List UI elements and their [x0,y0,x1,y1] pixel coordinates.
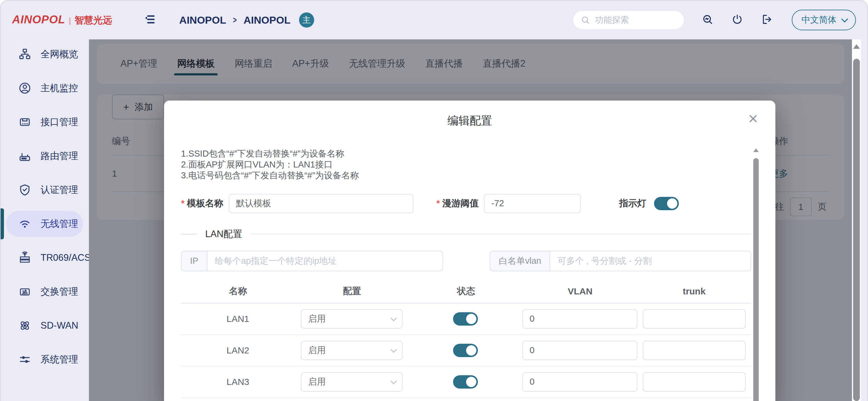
sidebar-item-network-overview[interactable]: 全网概览 [1,41,84,67]
modal-scrollbar[interactable] [753,148,759,401]
lan2-status-toggle[interactable] [453,344,478,357]
roaming-threshold-label: *漫游阈值 [436,197,479,209]
function-search[interactable] [573,11,684,29]
whitelist-vlan-input[interactable] [550,251,751,271]
sidebar-item-router-mgmt[interactable]: 路由管理 [1,143,84,169]
breadcrumb-separator-icon: > [233,15,237,25]
shield-check-icon [18,183,31,197]
lan1-status-toggle[interactable] [453,312,478,325]
sidebar-item-label: 主机监控 [40,82,78,94]
active-indicator-bar [1,208,4,239]
lan2-trunk-input[interactable] [643,341,746,360]
dialog-notes: 1.SSID包含“#”下发自动替换“#”为设备名称 2.面板AP扩展网口VLAN… [181,148,751,181]
page-scrollbar[interactable] [852,39,861,401]
lan2-vlan-input[interactable] [522,341,638,360]
sidebar-item-label: SD-WAN [40,320,79,331]
inspect-search-icon[interactable] [702,13,714,27]
lan1-vlan-input[interactable] [522,309,638,328]
note-line-2: 2.面板AP扩展网口VLAN为：LAN1接口 [181,159,751,170]
chevron-down-icon [391,378,397,384]
lan-name: LAN1 [226,314,249,324]
modal-scrollbar-thumb[interactable] [753,158,759,401]
indicator-light-toggle[interactable] [654,197,679,210]
lan-table-header: 名称 配置 状态 VLAN trunk [181,280,751,304]
ip-prefix-label: IP [182,251,207,271]
lan1-config-select[interactable]: 启用 [301,309,403,328]
page-scrollbar-thumb[interactable] [853,59,860,401]
select-value: 启用 [308,376,326,388]
breadcrumb-current[interactable]: AINOPOL [244,14,290,26]
close-icon[interactable]: ✕ [748,113,758,125]
router-icon [18,149,31,163]
app-window: AINOPOL | 智慧光远 AINOPOL > AINOPOL 主 [0,0,868,401]
language-label: 中文简体 [801,14,837,26]
sidebar-item-label: 接口管理 [40,116,78,128]
lan3-config-select[interactable]: 启用 [301,372,403,392]
lan-row-1: LAN1 启用 [181,304,751,335]
column-vlan: VLAN [523,286,637,296]
lan1-trunk-input[interactable] [643,309,746,328]
select-value: 启用 [308,313,326,325]
master-badge: 主 [299,12,314,28]
brand-logo: AINOPOL | 智慧光远 [12,13,112,27]
sidebar-item-auth-mgmt[interactable]: 认证管理 [1,177,84,203]
chevron-down-icon [841,16,848,23]
lan-name: LAN2 [226,345,249,355]
template-name-input[interactable] [229,194,413,213]
language-selector[interactable]: 中文简体 [792,10,856,30]
ip-input[interactable] [207,251,442,271]
whitelist-vlan-group: 白名单vlan [490,251,751,271]
scroll-up-arrow-icon[interactable] [853,44,860,49]
column-config: 配置 [295,285,409,297]
sidebar-item-switch-mgmt[interactable]: 交换管理 [1,279,84,305]
ethernet-port-icon [18,115,31,129]
sidebar-item-label: 交换管理 [40,285,78,298]
edit-config-dialog: 编辑配置 ✕ 1.SSID包含“#”下发自动替换“#”为设备名称 2.面板AP扩… [164,101,775,401]
sidebar-item-system-mgmt[interactable]: 系统管理 [1,346,84,373]
sd-wan-icon [18,319,31,332]
wifi-icon [18,217,31,230]
breadcrumb: AINOPOL > AINOPOL 主 [179,12,314,28]
sidebar-item-sd-wan[interactable]: SD-WAN [1,313,84,339]
dialog-title: 编辑配置 [164,113,775,128]
column-status: 状态 [409,285,523,297]
sidebar-item-interface-mgmt[interactable]: 接口管理 [1,109,84,135]
whitelist-vlan-prefix-label: 白名单vlan [490,251,550,271]
acs-server-icon [18,251,31,264]
sidebar-collapse-icon[interactable] [143,13,156,27]
breadcrumb-parent[interactable]: AINOPOL [179,14,226,26]
sidebar-item-wireless-mgmt[interactable]: 无线管理 [6,211,83,237]
top-header: AINOPOL | 智慧光远 AINOPOL > AINOPOL 主 [1,1,867,39]
dialog-body: 1.SSID包含“#”下发自动替换“#”为设备名称 2.面板AP扩展网口VLAN… [181,139,751,401]
lan-row-3: LAN3 启用 [181,367,751,398]
power-icon[interactable] [731,13,743,27]
roaming-threshold-input[interactable] [484,194,581,213]
lan-row-4: LAN4 启用 [181,398,751,401]
column-trunk: trunk [637,286,751,296]
search-input[interactable] [594,15,677,25]
sidebar-item-label: 路由管理 [40,150,78,162]
brand-subtitle: 智慧光远 [74,14,112,27]
note-line-1: 1.SSID包含“#”下发自动替换“#”为设备名称 [181,148,751,159]
topology-icon [18,48,31,61]
lan2-config-select[interactable]: 启用 [301,341,403,360]
dialog-form-row: *模板名称 *漫游阈值 指示灯 [181,194,751,213]
chevron-down-icon [391,346,397,353]
sidebar-item-tr069-acs[interactable]: TR069/ACS [1,245,84,271]
sidebar-item-label: 系统管理 [40,353,78,366]
sidebar-item-host-monitor[interactable]: 主机监控 [1,75,84,101]
sliders-icon [18,353,31,366]
chevron-down-icon [391,315,397,321]
lan3-status-toggle[interactable] [453,375,478,389]
section-divider [251,234,751,234]
lan3-vlan-input[interactable] [522,372,638,392]
required-asterisk: * [181,198,185,208]
scroll-up-arrow-icon[interactable] [753,148,759,152]
logout-icon[interactable] [761,13,773,27]
sidebar-item-label: 认证管理 [40,183,78,196]
template-name-label: *模板名称 [181,197,223,209]
lan3-trunk-input[interactable] [643,372,746,392]
sidebar-item-label: TR069/ACS [40,252,91,263]
user-monitor-icon [18,82,31,95]
required-asterisk: * [436,198,440,208]
